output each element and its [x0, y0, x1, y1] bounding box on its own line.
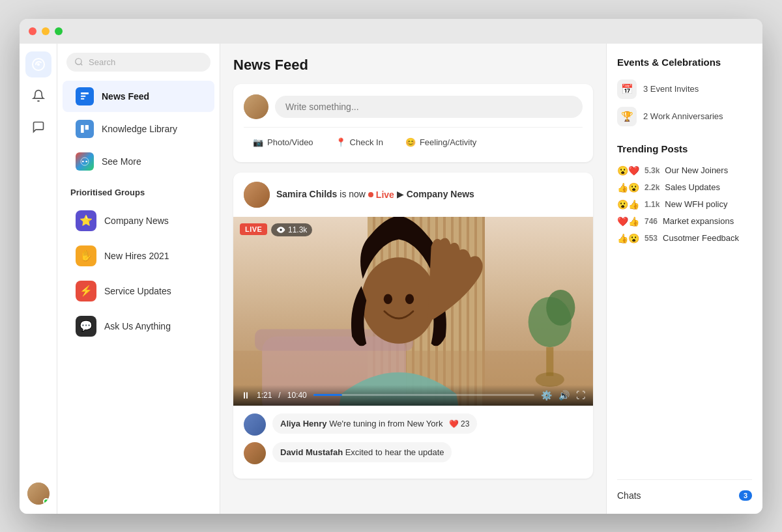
comment-name-1: Aliya Henry: [280, 419, 327, 428]
sidebar-item-service-updates[interactable]: ⚡ Service Updates: [63, 274, 214, 308]
trending-item-3[interactable]: 😮👍 1.1k New WFH policy: [617, 196, 752, 213]
svg-rect-6: [81, 125, 84, 133]
event-invites-label: 3 Event Invites: [643, 84, 699, 94]
prioritised-groups-title: Prioritised Groups: [57, 178, 220, 203]
trending-count-3: 1.1k: [644, 200, 659, 209]
svg-point-2: [76, 59, 81, 64]
composer-input[interactable]: [275, 96, 583, 118]
svg-point-21: [405, 294, 414, 303]
comment-bubble-2: David Mustafah Excited to hear the updat…: [272, 442, 452, 462]
post-destination: Company News: [407, 189, 474, 199]
sidebar-item-company-news[interactable]: ⭐ Company News: [63, 204, 214, 238]
photo-video-label: Photo/Video: [267, 137, 313, 147]
sidebar-item-see-more[interactable]: See More: [63, 146, 214, 177]
post-author-name: Samira Childs: [276, 189, 337, 199]
search-icon: [74, 57, 83, 66]
work-anniversaries-label: 2 Work Anniversaries: [643, 111, 723, 121]
svg-point-9: [82, 160, 84, 162]
news-feed-label: News Feed: [102, 91, 149, 102]
settings-button[interactable]: ⚙️: [541, 390, 552, 400]
svg-point-1: [37, 63, 40, 66]
trending-item-5[interactable]: 👍😮 553 Cusotmer Feedback: [617, 230, 752, 247]
svg-point-22: [280, 229, 282, 231]
see-more-label: See More: [102, 156, 141, 167]
trending-count-2: 2.2k: [644, 183, 659, 192]
video-container[interactable]: LIVE 11.3k ⏸ 1:21 / 10:40: [233, 217, 593, 406]
fullscreen-button[interactable]: ⛶: [576, 390, 585, 400]
trending-section: Trending Posts 😮❤️ 5.3k Our New Joiners …: [617, 143, 752, 247]
messages-button[interactable]: [25, 114, 51, 140]
feeling-button[interactable]: 😊 Feeling/Activity: [396, 133, 485, 152]
post-header: Samira Childs is now Live ▶ Company News: [233, 173, 593, 217]
trending-item-4[interactable]: ❤️👍 746 Market expansions: [617, 213, 752, 230]
svg-rect-4: [81, 95, 85, 96]
post-author-info: Samira Childs is now Live ▶ Company News: [276, 189, 474, 200]
post-arrow: ▶: [397, 189, 404, 199]
feeling-icon: 😊: [405, 137, 416, 147]
comment-reaction-1: ❤️ 23: [449, 419, 469, 428]
comments-section: Aliya Henry We're tuning in from New Yor…: [233, 406, 593, 479]
nav-sidebar: Search News Feed: [57, 44, 220, 514]
comment-bubble-1: Aliya Henry We're tuning in from New Yor…: [272, 413, 477, 434]
trending-count-4: 746: [644, 217, 658, 226]
app-logo-button[interactable]: [25, 51, 51, 77]
comment-avatar-2: [244, 442, 266, 464]
trending-label-3: New WFH policy: [665, 199, 727, 209]
knowledge-library-icon: [76, 120, 94, 138]
news-feed-icon: [76, 87, 94, 105]
sidebar-item-new-hires[interactable]: ✋ New Hires 2021: [63, 239, 214, 273]
check-in-button[interactable]: 📍 Check In: [326, 133, 392, 152]
trending-item-2[interactable]: 👍😮 2.2k Sales Updates: [617, 179, 752, 196]
trending-label-5: Cusotmer Feedback: [663, 233, 739, 243]
reaction-emoji-1: ❤️: [449, 419, 459, 428]
trending-count-5: 553: [644, 234, 658, 243]
post-composer: 📷 Photo/Video 📍 Check In 😊 Feeling/Activ…: [233, 84, 593, 162]
page-title: News Feed: [233, 57, 593, 74]
svg-rect-5: [81, 98, 84, 99]
icon-sidebar: [20, 44, 57, 514]
online-status-indicator: [43, 498, 50, 505]
close-button[interactable]: [29, 27, 36, 35]
minimize-button[interactable]: [42, 27, 50, 35]
chats-bar[interactable]: Chats 3: [617, 479, 752, 501]
view-count: 11.3k: [271, 223, 312, 236]
work-anniversaries-icon: 🏆: [617, 107, 637, 126]
see-more-icon: [76, 152, 94, 171]
live-dot: [368, 192, 373, 197]
service-updates-icon: ⚡: [76, 281, 96, 301]
svg-rect-7: [85, 125, 89, 130]
time-current: 1:21: [257, 391, 272, 400]
sidebar-item-ask-us-anything[interactable]: 💬 Ask Us Anything: [63, 309, 214, 343]
svg-point-15: [546, 289, 575, 325]
live-post: Samira Childs is now Live ▶ Company News: [233, 173, 593, 479]
knowledge-library-label: Knowledge Library: [102, 124, 177, 134]
events-celebrations-title: Events & Celebrations: [617, 57, 752, 68]
work-anniversaries-item[interactable]: 🏆 2 Work Anniversaries: [617, 103, 752, 130]
check-in-icon: 📍: [336, 137, 346, 147]
service-updates-label: Service Updates: [104, 286, 171, 296]
trending-label-1: Our New Joiners: [665, 165, 728, 175]
photo-video-icon: 📷: [253, 137, 263, 147]
event-invites-item[interactable]: 📅 3 Event Invites: [617, 76, 752, 103]
progress-bar[interactable]: [313, 394, 534, 396]
notifications-button[interactable]: [25, 83, 51, 109]
sidebar-item-news-feed[interactable]: News Feed: [63, 81, 214, 112]
volume-button[interactable]: 🔊: [558, 390, 570, 400]
trending-label-4: Market expansions: [663, 216, 734, 226]
composer-avatar: [244, 94, 268, 119]
photo-video-button[interactable]: 📷 Photo/Video: [244, 133, 323, 152]
user-avatar[interactable]: [27, 483, 50, 505]
video-person-svg: [233, 217, 593, 406]
live-label: Live: [376, 189, 394, 200]
post-author-avatar: [244, 182, 270, 208]
svg-point-8: [81, 158, 89, 165]
search-bar[interactable]: Search: [66, 53, 210, 72]
maximize-button[interactable]: [55, 27, 63, 35]
video-controls: ⏸ 1:21 / 10:40 ⚙️ 🔊 ⛶: [233, 385, 593, 406]
comment-item-2: David Mustafah Excited to hear the updat…: [244, 442, 583, 464]
company-news-icon: ⭐: [76, 210, 96, 231]
trending-item-1[interactable]: 😮❤️ 5.3k Our New Joiners: [617, 162, 752, 179]
progress-fill: [313, 394, 342, 396]
play-pause-button[interactable]: ⏸: [241, 390, 250, 400]
sidebar-item-knowledge-library[interactable]: Knowledge Library: [63, 113, 214, 145]
